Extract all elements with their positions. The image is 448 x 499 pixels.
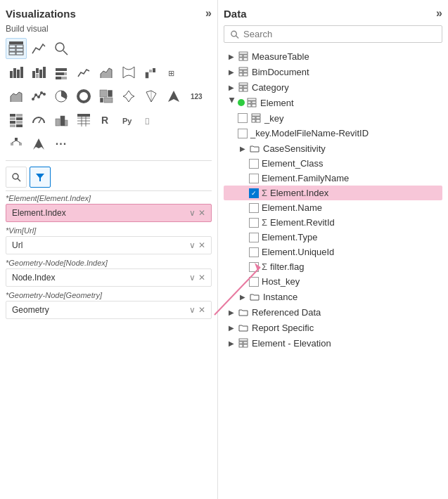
tree-item-case[interactable]: ▶ CaseSensitivity bbox=[224, 141, 442, 156]
field-slot-value-3[interactable]: Geometry ∨ ✕ bbox=[6, 301, 212, 319]
checkbox-key[interactable] bbox=[238, 113, 248, 123]
svg-line-69 bbox=[16, 141, 20, 143]
viz-icons-row-1 bbox=[6, 38, 212, 59]
field-slot-value-0[interactable]: Element.Index ∨ ✕ bbox=[6, 204, 212, 222]
data-expand-icon[interactable]: » bbox=[436, 7, 442, 20]
data-title: Data bbox=[224, 8, 247, 20]
field-slot-value-2[interactable]: Node.Index ∨ ✕ bbox=[6, 268, 212, 287]
chevron-down-icon-3[interactable]: ∨ bbox=[189, 305, 196, 315]
viz-ribbon[interactable] bbox=[118, 62, 139, 83]
tree-item-element-familyname[interactable]: Element.FamilyName bbox=[224, 171, 442, 186]
checkbox-element-index[interactable] bbox=[249, 188, 259, 198]
viz-treemap[interactable] bbox=[96, 86, 117, 107]
checkbox-host-key[interactable] bbox=[249, 277, 259, 287]
svg-rect-80 bbox=[243, 58, 248, 60]
viz-map2[interactable] bbox=[141, 86, 162, 107]
viz-100bar[interactable] bbox=[51, 62, 72, 83]
viz-pie[interactable] bbox=[51, 86, 72, 107]
tree-item-referenced[interactable]: ▶ Referenced Data bbox=[224, 304, 442, 320]
tree-item-element-type[interactable]: Element.Type bbox=[224, 230, 442, 245]
viz-gauge[interactable] bbox=[28, 110, 49, 131]
svg-rect-20 bbox=[64, 72, 67, 75]
svg-point-74 bbox=[231, 31, 236, 36]
viz-map[interactable] bbox=[118, 86, 139, 107]
checkbox-element-familyname[interactable] bbox=[249, 174, 259, 183]
tree-item-element-name[interactable]: Element.Name bbox=[224, 200, 442, 215]
viz-icon-1[interactable] bbox=[28, 38, 49, 59]
tree-item-instance[interactable]: ▶ Instance bbox=[224, 289, 442, 304]
field-slot-value-1[interactable]: Url ∨ ✕ bbox=[6, 236, 212, 254]
field-slot-1: *Vim[Url] Url ∨ ✕ bbox=[6, 226, 212, 254]
tree-item-element[interactable]: ▶ Element bbox=[224, 95, 442, 110]
filter-button[interactable] bbox=[30, 167, 51, 188]
tree-item-label-element-revitid: Element.RevitId bbox=[270, 217, 335, 228]
tree-item-key-model[interactable]: _key.ModelFileName-RevitID bbox=[224, 126, 442, 141]
viz-decomp[interactable] bbox=[6, 134, 27, 155]
viz-scatter[interactable]: ⊞ bbox=[163, 62, 184, 83]
chevron-down-icon-2[interactable]: ∨ bbox=[189, 273, 196, 283]
checkbox-element-uniqueid[interactable] bbox=[249, 247, 259, 257]
separator2 bbox=[6, 190, 212, 191]
tree-item-element-class[interactable]: Element_Class bbox=[224, 156, 442, 171]
tree-item-report[interactable]: ▶ Report Specific bbox=[224, 320, 442, 335]
tree-item-element-revitid[interactable]: Σ Element.RevitId bbox=[224, 215, 442, 230]
viz-qs[interactable]: ⌷ bbox=[141, 110, 162, 131]
checkbox-key-model[interactable] bbox=[238, 129, 248, 138]
viz-table2[interactable] bbox=[73, 110, 94, 131]
tree-item-key[interactable]: _key bbox=[224, 110, 442, 126]
svg-rect-98 bbox=[256, 117, 260, 119]
close-icon-1[interactable]: ✕ bbox=[198, 240, 205, 250]
viz-icon-0[interactable] bbox=[6, 38, 27, 59]
viz-num[interactable]: 123 bbox=[186, 86, 207, 107]
search-input[interactable] bbox=[243, 29, 436, 39]
viz-donut[interactable] bbox=[73, 86, 94, 107]
tree-item-bim-document[interactable]: ▶ BimDocument bbox=[224, 64, 442, 79]
tree-item-category[interactable]: ▶ Category bbox=[224, 79, 442, 95]
field-slot-3: *Geometry-Node[Geometry] Geometry ∨ ✕ bbox=[6, 291, 212, 319]
search-button[interactable] bbox=[6, 167, 27, 188]
checkbox-filter-flag[interactable] bbox=[249, 262, 259, 272]
checkbox-element-type[interactable] bbox=[249, 233, 259, 242]
tree-item-element-elevation[interactable]: ▶ Element - Elevation bbox=[224, 335, 442, 351]
tree-item-host-key[interactable]: Host_key bbox=[224, 274, 442, 289]
viz-more[interactable]: ··· bbox=[51, 134, 72, 155]
close-icon-0[interactable]: ✕ bbox=[198, 208, 205, 218]
tree-item-element-uniqueid[interactable]: Element.UniqueId bbox=[224, 245, 442, 259]
viz-stacked-bar[interactable] bbox=[28, 62, 49, 83]
viz-line2[interactable] bbox=[28, 86, 49, 107]
viz-nav[interactable] bbox=[163, 86, 184, 107]
viz-area2[interactable] bbox=[6, 86, 27, 107]
svg-rect-101 bbox=[239, 339, 248, 341]
viz-bar-chart[interactable] bbox=[6, 62, 27, 83]
visualizations-expand-icon[interactable]: » bbox=[205, 7, 212, 20]
viz-area[interactable] bbox=[96, 62, 117, 83]
viz-line[interactable] bbox=[73, 62, 94, 83]
checkbox-element-name[interactable] bbox=[249, 203, 259, 213]
viz-py[interactable]: Py bbox=[118, 110, 139, 131]
close-icon-2[interactable]: ✕ bbox=[198, 273, 205, 283]
svg-text:Py: Py bbox=[122, 117, 132, 125]
viz-kpi[interactable] bbox=[51, 110, 72, 131]
viz-r[interactable]: R bbox=[96, 110, 117, 131]
search-box[interactable] bbox=[224, 25, 442, 43]
svg-rect-45 bbox=[10, 117, 15, 120]
viz-matrix[interactable] bbox=[6, 110, 27, 131]
checkbox-element-revitid[interactable] bbox=[249, 218, 259, 228]
table-icon-elevation bbox=[238, 337, 249, 349]
viz-arrow[interactable] bbox=[28, 134, 49, 155]
close-icon-3[interactable]: ✕ bbox=[198, 305, 205, 315]
field-slot-icons-2: ∨ ✕ bbox=[189, 273, 205, 283]
tree-item-filter-flag[interactable]: Σ filter.flag bbox=[224, 259, 442, 274]
visualizations-panel: Visualizations » Build visual bbox=[0, 0, 218, 499]
tree-item-element-index[interactable]: Σ Element.Index bbox=[224, 186, 442, 200]
svg-rect-1 bbox=[9, 45, 15, 48]
tree-item-label-elevation: Element - Elevation bbox=[252, 338, 331, 349]
checkbox-element-class[interactable] bbox=[249, 159, 259, 169]
chevron-down-icon-0[interactable]: ∨ bbox=[189, 208, 196, 218]
svg-rect-3 bbox=[9, 48, 15, 51]
viz-icon-2[interactable] bbox=[51, 38, 72, 59]
visualizations-header: Visualizations » bbox=[6, 7, 212, 20]
chevron-down-icon-1[interactable]: ∨ bbox=[189, 240, 196, 250]
tree-item-measure-table[interactable]: ▶ MeasureTable bbox=[224, 48, 442, 64]
viz-waterfall[interactable] bbox=[141, 62, 162, 83]
